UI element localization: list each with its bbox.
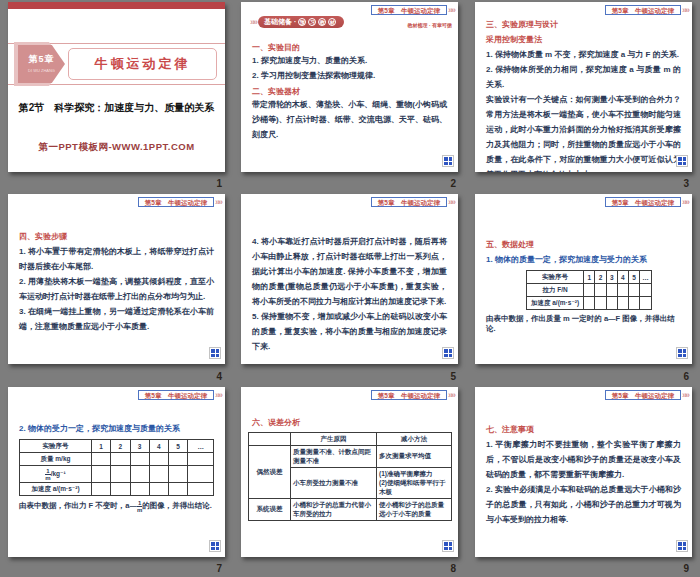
slide-content: 4. 将小车靠近打点计时器后开启打点计时器，随后再将小车由静止释放，打点计时器在… — [252, 234, 447, 354]
cover-title: 牛顿运动定律 — [95, 55, 191, 73]
table-header-cell: 5 — [169, 440, 188, 453]
fraction-unit: /kg⁻¹ — [51, 470, 66, 477]
list-item: 2. 学习用控制变量法探索物理规律. — [252, 68, 447, 83]
list-item: 1. 保持物体质量 m 不变，探究加速度 a 与力 F 的关系. — [486, 47, 681, 62]
list-item: 2. 实验中必须满足小车和砝码的总质量远大于小桶和沙子的总质量，只有如此，小桶和… — [486, 482, 681, 527]
page-number: 5 — [450, 371, 456, 382]
section-banner: 基础储备 · 预 习 教 材 — [258, 16, 344, 28]
table-cell: 小桶和沙子的总重力代替小车所受的拉力 — [291, 499, 377, 521]
sub-heading: 1. 物体的质量一定，探究加速度与受力的关系 — [486, 254, 681, 265]
table-row: 加速度 a/(m·s⁻²) — [527, 297, 652, 310]
index-icon[interactable] — [209, 347, 221, 359]
page-number: 6 — [683, 371, 689, 382]
page-number: 2 — [450, 178, 456, 189]
table-row-label: 拉力 F/N — [527, 284, 584, 297]
list-item: 2. 用薄垫块将木板一端垫高，调整其倾斜程度，直至小车运动时打点计时器在纸带上打… — [19, 274, 214, 304]
chapter-header: 第5章 牛顿运动定律 »» — [371, 390, 454, 400]
table-header-cell: 实验序号 — [20, 440, 92, 453]
grid-cell-4: 第5章 牛顿运动定律 »» 四、实验步骤 1. 将小车置于带有定滑轮的木板上，将… — [0, 192, 233, 385]
slide-content: 七、注意事项 1. 平衡摩擦力时不要挂重物，整个实验平衡了摩擦力后，不管以后是改… — [486, 424, 681, 527]
table-row: 1m/kg⁻¹ — [20, 466, 214, 483]
banner-circled-char: 教 — [318, 18, 326, 26]
error-analysis-table: 产生原因 减小方法 偶然误差 质量测量不准、计数点间距测量不准 多次测量求平均值… — [248, 432, 452, 521]
chapter-header-label: 第5章 牛顿运动定律 — [371, 390, 447, 400]
table-row: 偶然误差 质量测量不准、计数点间距测量不准 多次测量求平均值 — [249, 446, 452, 468]
table-row-label: 加速度 a/(m·s⁻²) — [20, 483, 92, 496]
chapter-header: 第5章 牛顿运动定律 »» — [605, 390, 688, 400]
slide-thumbnail-6[interactable]: 第5章 牛顿运动定律 »» 五、数据处理 1. 物体的质量一定，探究加速度与受力… — [475, 194, 692, 364]
table-row-label: 偶然误差 — [249, 446, 291, 499]
slide-thumbnail-9[interactable]: 第5章 牛顿运动定律 »» 七、注意事项 1. 平衡摩擦力时不要挂重物，整个实验… — [475, 387, 692, 557]
slide-content: 六、误差分析 产生原因 减小方法 偶然误差 质量测量不准、计数点间距测量不准 多… — [248, 417, 452, 521]
index-icon[interactable] — [676, 540, 688, 552]
table-header-cell: … — [188, 440, 214, 453]
watermark-text: 第一PPT模板网-WWW.1PPT.COM — [8, 141, 225, 154]
slide-content: 三、实验原理与设计 采用控制变量法 1. 保持物体质量 m 不变，探究加速度 a… — [486, 19, 681, 172]
table-row: 加速度 a/(m·s⁻²) — [20, 483, 214, 496]
banner-circled-char: 材 — [328, 18, 336, 26]
grid-cell-9: 第5章 牛顿运动定律 »» 七、注意事项 1. 平衡摩擦力时不要挂重物，整个实验… — [467, 385, 700, 577]
index-icon[interactable] — [442, 347, 454, 359]
slide-thumbnail-4[interactable]: 第5章 牛顿运动定律 »» 四、实验步骤 1. 将小车置于带有定滑轮的木板上，将… — [8, 194, 225, 364]
slide-content: 四、实验步骤 1. 将小车置于带有定滑轮的木板上，将纸带穿过打点计时器后接在小车… — [19, 231, 214, 334]
section-heading: 七、注意事项 — [486, 424, 681, 435]
section-heading: 六、误差分析 — [252, 417, 452, 428]
table-header-cell: 2 — [111, 440, 130, 453]
note-text: 的图像，并得出结论. — [142, 501, 212, 510]
slide-content: 五、数据处理 1. 物体的质量一定，探究加速度与受力的关系 实验序号 1 2 3… — [486, 239, 681, 334]
table-note: 由表中数据，作出质量 m 一定时的 a—F 图像，并得出结论. — [486, 314, 681, 334]
list-item: 3. 在细绳一端挂上重物，另一端通过定滑轮系在小车前端，注意重物质量应远小于小车… — [19, 304, 214, 334]
chevron-right-icon: »» — [682, 6, 688, 15]
slide-thumbnail-5[interactable]: 第5章 牛顿运动定律 »» 4. 将小车靠近打点计时器后开启打点计时器，随后再将… — [241, 194, 458, 364]
cover-subtitle: 第2节 科学探究：加速度与力、质量的关系 — [8, 101, 225, 115]
table-header-cell: 产生原因 — [291, 433, 377, 446]
sub-heading: 采用控制变量法 — [486, 34, 681, 45]
table-header-cell: … — [640, 271, 652, 284]
chevron-right-icon: »» — [215, 391, 221, 400]
slide-thumbnail-2[interactable]: 第5章 牛顿运动定律 »» »» 基础储备 · 预 习 教 材 教材梳理 · 有… — [241, 2, 458, 172]
data-table: 实验序号 1 2 3 4 5 … 质量 m/kg 1m/kg⁻¹ — [19, 439, 214, 496]
chapter-header-label: 第5章 牛顿运动定律 — [605, 5, 681, 15]
table-row-label: 系统误差 — [249, 499, 291, 521]
sub-heading: 2. 物体的受力一定，探究加速度与质量的关系 — [19, 423, 214, 434]
chapter-header: 第5章 牛顿运动定律 »» — [605, 197, 688, 207]
chevron-right-icon: »» — [448, 198, 454, 207]
index-icon[interactable] — [676, 155, 688, 167]
chapter-header-label: 第5章 牛顿运动定律 — [138, 197, 214, 207]
slide-thumbnail-7[interactable]: 第5章 牛顿运动定律 »» 2. 物体的受力一定，探究加速度与质量的关系 实验序… — [8, 387, 225, 557]
list-item: 2. 保持物体所受的力相同，探究加速度 a 与质量 m 的关系. — [486, 62, 681, 92]
section-banner-row: »» 基础储备 · 预 习 教 材 教材梳理 · 有章可循 — [250, 16, 452, 28]
slide-thumbnail-1[interactable]: 第5章 DI WU ZHANG 牛顿运动定律 第2节 科学探究：加速度与力、质量… — [8, 2, 225, 172]
index-icon[interactable] — [676, 347, 688, 359]
chevron-right-icon: »» — [682, 198, 688, 207]
index-icon[interactable] — [442, 540, 454, 552]
index-icon[interactable] — [209, 540, 221, 552]
slide-thumbnail-8[interactable]: 第5章 牛顿运动定律 »» 六、误差分析 产生原因 减小方法 偶然误差 质量测量… — [241, 387, 458, 557]
table-header-cell: 1 — [584, 271, 595, 284]
table-header-cell: 4 — [617, 271, 628, 284]
chapter-header: 第5章 牛顿运动定律 »» — [371, 5, 454, 15]
note-text: 由表中数据，作出力 F 不变时，a— — [19, 501, 137, 510]
cover-title-box: 牛顿运动定律 — [68, 48, 217, 80]
grid-cell-5: 第5章 牛顿运动定律 »» 4. 将小车靠近打点计时器后开启打点计时器，随后再将… — [233, 192, 467, 385]
chapter-header-label: 第5章 牛顿运动定律 — [371, 197, 447, 207]
chapter-header: 第5章 牛顿运动定律 »» — [138, 390, 221, 400]
section-heading: 四、实验步骤 — [19, 231, 214, 242]
list-item: 4. 将小车靠近打点计时器后开启打点计时器，随后再将小车由静止释放，打点计时器在… — [252, 234, 447, 309]
chevron-right-icon: »» — [448, 6, 454, 15]
table-cell: 小车所受拉力测量不准 — [291, 468, 377, 499]
banner-tagline: 教材梳理 · 有章可循 — [408, 22, 452, 28]
list-item: 5. 保持重物不变，增加或减少小车上的砝码以改变小车的质量，重复实验，将小车的质… — [252, 309, 447, 354]
table-header-cell: 减小方法 — [377, 433, 452, 446]
banner-circled-char: 习 — [308, 18, 316, 26]
table-cell: 多次测量求平均值 — [377, 446, 452, 468]
index-icon[interactable] — [442, 155, 454, 167]
chapter-badge-label: 第5章 — [18, 53, 65, 66]
chevron-right-icon: »» — [682, 391, 688, 400]
section-heading: 二、实验器材 — [252, 86, 447, 97]
slide-thumbnail-3[interactable]: 第5章 牛顿运动定律 »» 三、实验原理与设计 采用控制变量法 1. 保持物体质… — [475, 2, 692, 172]
table-row: 实验序号 1 2 3 4 5 … — [20, 440, 214, 453]
table-header-cell: 5 — [629, 271, 640, 284]
grid-cell-8: 第5章 牛顿运动定律 »» 六、误差分析 产生原因 减小方法 偶然误差 质量测量… — [233, 385, 467, 577]
table-header-cell: 4 — [149, 440, 168, 453]
